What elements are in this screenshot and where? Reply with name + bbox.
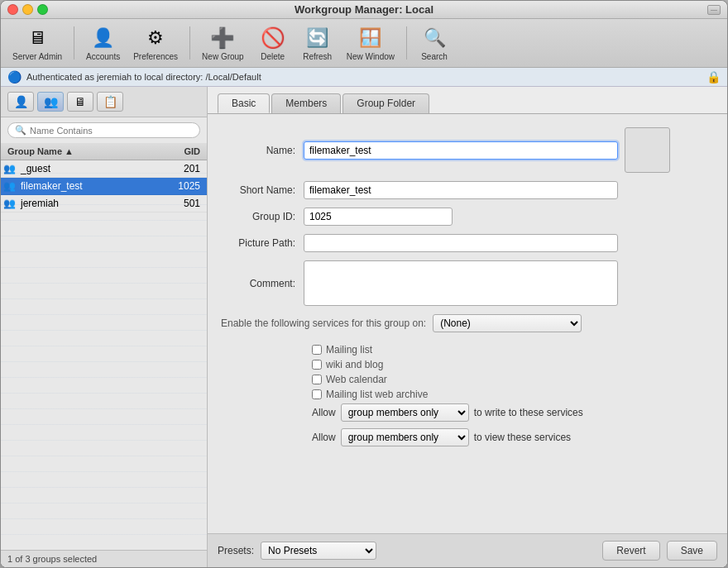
checkbox-web-calendar: Web calendar [312, 374, 714, 385]
search-icon: 🔍 [421, 25, 448, 51]
column-header-group-name[interactable]: Group Name ▲ [1, 145, 161, 158]
search-input-icon: 🔍 [15, 125, 26, 136]
toolbar-new-window[interactable]: 🪟 New Window [342, 22, 400, 64]
toolbar-delete[interactable]: 🚫 Delete [252, 22, 294, 64]
tab-basic[interactable]: Basic [218, 93, 270, 113]
name-input[interactable] [304, 141, 618, 160]
allow-view-suffix: to view these services [474, 432, 571, 443]
revert-button[interactable]: Revert [602, 541, 659, 561]
short-name-input[interactable] [304, 181, 618, 199]
table-row[interactable]: 👥 jeremiah 501 [1, 195, 207, 212]
toolbar-new-group-label: New Group [202, 52, 244, 61]
row-gid-2: 501 [161, 198, 207, 209]
row-icon-2: 👥 [1, 198, 17, 209]
toolbar-new-group[interactable]: ➕ New Group [197, 22, 249, 64]
presets-select[interactable]: No Presets [261, 542, 376, 560]
tab-members[interactable]: Members [271, 93, 341, 113]
save-button[interactable]: Save [667, 541, 717, 561]
toolbar-refresh-label: Refresh [303, 52, 332, 61]
table-row[interactable]: 👥 filemaker_test 1025 [1, 178, 207, 195]
toolbar-refresh[interactable]: 🔄 Refresh [297, 22, 338, 64]
comment-label: Comment: [221, 278, 304, 289]
new-group-icon: ➕ [209, 25, 236, 51]
toolbar: 🖥 Server Admin 👤 Accounts ⚙ Preferences … [1, 19, 727, 68]
main-content: 👤 👥 🖥 📋 🔍 Group Name ▲ GID [1, 87, 727, 567]
toolbar-preferences-label: Preferences [133, 52, 178, 61]
window-controls [7, 4, 48, 15]
titlebar-right: — [707, 5, 721, 15]
search-box[interactable]: 🔍 [7, 122, 200, 138]
new-window-icon: 🪟 [357, 25, 384, 51]
row-gid-1: 1025 [161, 180, 207, 192]
mailing-list-archive-checkbox[interactable] [312, 389, 322, 399]
column-header-gid[interactable]: GID [161, 145, 207, 158]
table-header: Group Name ▲ GID [1, 143, 207, 160]
comment-textarea[interactable] [304, 260, 618, 306]
lock-icon[interactable]: 🔒 [706, 70, 721, 84]
server-admin-icon: 🖥 [24, 25, 50, 51]
wiki-blog-label: wiki and blog [326, 359, 383, 370]
tab-users[interactable]: 👤 [7, 92, 34, 112]
row-icon-0: 👥 [1, 163, 17, 174]
titlebar: Workgroup Manager: Local — [1, 1, 727, 19]
toolbar-server-admin[interactable]: 🖥 Server Admin [7, 22, 67, 64]
wiki-blog-checkbox[interactable] [312, 360, 322, 370]
mailing-list-label: Mailing list [326, 344, 372, 356]
presets-label: Presets: [218, 545, 254, 556]
allow-write-row: Allow group members only to write to the… [312, 403, 714, 422]
picture-placeholder [625, 127, 670, 173]
row-name-1: filemaker_test [17, 179, 161, 193]
table-row[interactable]: 👥 _guest 201 [1, 160, 207, 178]
services-label: Enable the following services for this g… [221, 317, 426, 329]
zoom-button[interactable]: — [707, 5, 721, 15]
toolbar-separator-2 [189, 26, 190, 60]
group-id-input[interactable] [304, 208, 453, 226]
web-calendar-checkbox[interactable] [312, 375, 322, 384]
toolbar-new-window-label: New Window [347, 52, 395, 61]
tab-groups[interactable]: 👥 [37, 92, 64, 112]
allow-write-select[interactable]: group members only [341, 403, 469, 422]
mailing-list-checkbox[interactable] [312, 345, 322, 355]
sidebar: 👤 👥 🖥 📋 🔍 Group Name ▲ GID [1, 87, 208, 567]
search-input[interactable] [30, 126, 193, 136]
allow-view-select[interactable]: group members only [341, 428, 469, 446]
table-body: 👥 _guest 201 👥 filemaker_test 1025 👥 jer… [1, 160, 207, 550]
allow-view-row: Allow group members only to view these s… [312, 428, 714, 446]
checkbox-mailing-list-archive: Mailing list web archive [312, 389, 714, 400]
close-button[interactable] [7, 4, 18, 15]
toolbar-server-admin-label: Server Admin [12, 52, 62, 61]
panel-content: Name: Short Name: Group ID: Picture Path… [208, 113, 727, 533]
checkbox-mailing-list: Mailing list [312, 344, 714, 356]
toolbar-delete-label: Delete [261, 52, 285, 61]
toolbar-search[interactable]: 🔍 Search [414, 22, 455, 64]
allow-write-label: Allow [312, 407, 336, 418]
services-row: Enable the following services for this g… [221, 314, 714, 332]
services-select[interactable]: (None) [433, 314, 582, 332]
picture-path-label: Picture Path: [221, 237, 304, 249]
tab-computer-groups[interactable]: 📋 [97, 92, 123, 112]
toolbar-accounts[interactable]: 👤 Accounts [81, 22, 125, 64]
toolbar-preferences[interactable]: ⚙ Preferences [128, 22, 183, 64]
sidebar-type-tabs: 👤 👥 🖥 📋 [1, 87, 207, 117]
minimize-button[interactable] [22, 4, 33, 15]
web-calendar-label: Web calendar [326, 374, 387, 385]
preferences-icon: ⚙ [142, 25, 169, 51]
tab-group-folder[interactable]: Group Folder [342, 93, 429, 113]
toolbar-separator-1 [74, 26, 74, 60]
form-row-group-id: Group ID: [221, 208, 714, 226]
short-name-label: Short Name: [221, 184, 304, 196]
panel-tabs: Basic Members Group Folder [208, 87, 727, 113]
main-window: Workgroup Manager: Local — 🖥 Server Admi… [0, 0, 728, 568]
row-name-2: jeremiah [17, 197, 161, 210]
right-panel: Basic Members Group Folder Name: Short N… [208, 87, 727, 567]
row-gid-0: 201 [161, 163, 207, 174]
form-row-picture-path: Picture Path: [221, 234, 714, 252]
toolbar-separator-3 [406, 26, 407, 60]
picture-path-input[interactable] [304, 234, 618, 252]
delete-icon: 🚫 [260, 25, 286, 51]
allow-write-suffix: to write to these services [474, 407, 583, 418]
window-title: Workgroup Manager: Local [295, 3, 433, 16]
mailing-list-archive-label: Mailing list web archive [326, 389, 428, 400]
maximize-button[interactable] [37, 4, 48, 15]
tab-computers[interactable]: 🖥 [67, 92, 93, 112]
